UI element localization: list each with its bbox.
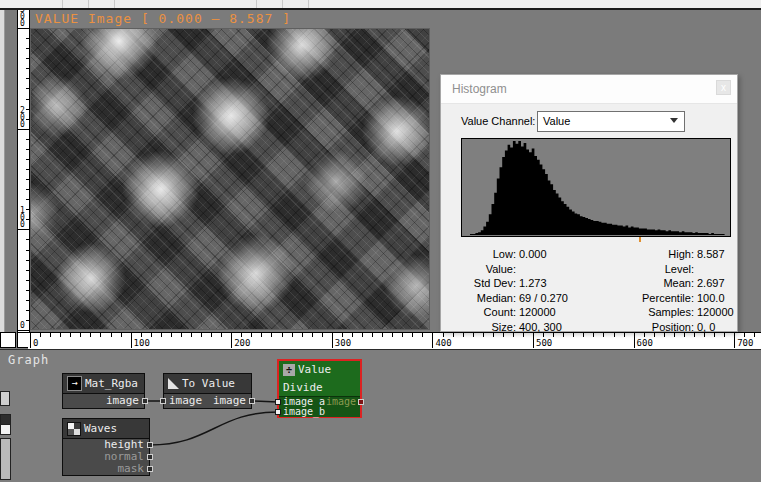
divide-icon: ÷ (283, 364, 295, 376)
node-value-divide[interactable]: ÷ Value Divide image_a image image_b (277, 359, 362, 418)
toolbar-separator (256, 0, 257, 8)
chevron-down-icon (670, 118, 678, 123)
stat-value (519, 262, 615, 277)
stat-value: 1.273 (519, 276, 615, 291)
stat-value: 100.0 (697, 291, 761, 306)
node-mat-rgba[interactable]: → Mat_Rgba image (62, 373, 145, 409)
import-arrow-icon: → (67, 376, 82, 391)
output-label: image (326, 397, 356, 407)
input-label: image_b (283, 406, 325, 417)
stat-label: Position: (615, 320, 697, 335)
ramp-icon (168, 378, 179, 389)
stat-label: Std Dev: (455, 276, 519, 291)
cropped-left-item (0, 438, 11, 480)
stat-label: Percentile: (615, 291, 697, 306)
value-image-preview[interactable] (30, 28, 430, 330)
histogram-title: Histogram (452, 82, 507, 96)
port-divide-image-a-in[interactable] (275, 399, 281, 405)
output-label: image (213, 394, 246, 408)
port-divide-image-b-in[interactable] (275, 409, 281, 415)
toolbar-separator (62, 0, 63, 8)
histogram-stats: Low:0.000 High:8.587 Value: Level: Std D… (455, 247, 725, 335)
viewer-title: VALUE Image [ 0.000 – 8.587 ] (35, 11, 291, 26)
toolbar-separator (308, 0, 309, 8)
histogram-panel: Histogram x Value Channel: Value Low:0.0… (440, 74, 738, 332)
input-label: image (169, 394, 202, 408)
ruler-corner-box (0, 332, 16, 348)
stat-label: High: (615, 247, 697, 262)
stat-value: 120000 (697, 305, 761, 320)
histogram-titlebar[interactable]: Histogram x (441, 75, 737, 104)
graph-panel: Graph → Mat_Rgba image To Value image im… (0, 349, 761, 482)
output-label: image (106, 394, 139, 407)
port-waves-normal-out[interactable] (147, 454, 153, 460)
stat-value: 0.000 (519, 247, 615, 262)
output-label: mask (118, 462, 145, 475)
port-waves-mask-out[interactable] (147, 466, 153, 472)
cropped-left-item (0, 391, 10, 406)
value-channel-select[interactable]: Value (537, 111, 685, 132)
node-title-label: To Value (182, 374, 235, 393)
stat-label: Size: (455, 320, 519, 335)
vertical-ruler: 3 0 02 0 01 0 00 (17, 10, 30, 332)
node-title-label: Mat_Rgba (85, 374, 138, 393)
toolbar-separator (282, 0, 283, 8)
checker-icon (67, 422, 81, 436)
stat-value (697, 262, 761, 277)
node-to-value[interactable]: To Value image image (163, 373, 252, 409)
stat-value: 120000 (519, 305, 615, 320)
stat-label: Samples: (615, 305, 697, 320)
histogram-plot (461, 138, 731, 237)
port-to-value-image-out[interactable] (249, 398, 255, 404)
stat-label: Value: (455, 262, 519, 277)
stat-value: 400, 300 (519, 320, 615, 335)
port-divide-image-out[interactable] (358, 399, 364, 405)
cropped-toolbar (0, 0, 761, 10)
stat-value: 69 / 0.270 (519, 291, 615, 306)
node-subtitle-label: Divide (279, 379, 360, 397)
graph-panel-title: Graph (8, 353, 49, 367)
port-mat-rgba-image-out[interactable] (142, 398, 148, 404)
close-icon[interactable]: x (716, 80, 731, 95)
stat-value: 0, 0 (697, 320, 761, 335)
value-channel-label: Value Channel: (461, 115, 535, 127)
node-waves[interactable]: Waves height normal mask (62, 418, 150, 476)
toolbar-separator (88, 0, 89, 8)
stat-label: Median: (455, 291, 519, 306)
histogram-bars (462, 139, 730, 236)
cropped-left-item (0, 424, 11, 435)
horizontal-ruler: 0100200300400500600700 (28, 332, 761, 350)
value-channel-selected: Value (543, 115, 570, 127)
stat-value: 2.697 (697, 276, 761, 291)
stat-label: Low: (455, 247, 519, 262)
stat-value: 8.587 (697, 247, 761, 262)
port-to-value-image-in[interactable] (160, 398, 166, 404)
toolbar-separator (114, 0, 115, 8)
node-title-label: Waves (84, 419, 117, 438)
node-title-label: Value (298, 361, 331, 379)
stat-label: Count: (455, 305, 519, 320)
port-waves-height-out[interactable] (147, 442, 153, 448)
stat-label: Mean: (615, 276, 697, 291)
left-panel-edge (0, 10, 5, 348)
stat-label: Level: (615, 262, 697, 277)
histogram-marker (639, 237, 641, 242)
